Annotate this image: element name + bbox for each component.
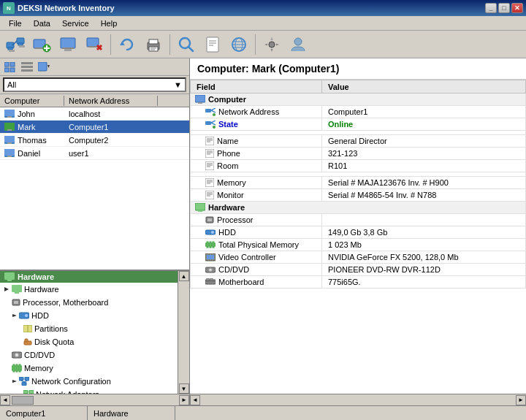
toolbar-print-btn[interactable] <box>141 33 166 56</box>
tree-item-hdd[interactable]: HDD <box>0 309 189 322</box>
svg-rect-78 <box>19 377 23 381</box>
col-field: Field <box>191 80 322 93</box>
left-hscrollbar[interactable]: ◄ ► <box>0 394 189 405</box>
svg-rect-94 <box>198 102 202 104</box>
svg-rect-53 <box>7 142 12 144</box>
svg-point-102 <box>213 126 216 129</box>
svg-rect-107 <box>205 149 214 158</box>
tree-item-memory[interactable]: Memory <box>0 362 189 375</box>
table-row: Phone 321-123 <box>191 148 526 160</box>
title-bar: N DEKSI Network Inventory _ □ ✕ <box>0 0 526 16</box>
toolbar-delete-btn[interactable] <box>82 33 107 56</box>
svg-rect-14 <box>64 49 72 51</box>
toolbar-sep3 <box>255 34 256 55</box>
svg-rect-140 <box>207 278 209 280</box>
computer-icon <box>4 110 15 118</box>
lt-view1-btn[interactable] <box>3 60 18 75</box>
right-hscrollbar[interactable]: ◄ ► <box>190 394 526 405</box>
table-row: Network Address Computer1 <box>191 106 526 118</box>
svg-rect-6 <box>19 45 25 47</box>
svg-rect-50 <box>4 123 15 129</box>
toolbar-network-btn[interactable] <box>3 33 28 56</box>
minimize-button[interactable]: _ <box>485 3 497 13</box>
toolbar-globe-btn[interactable] <box>226 33 251 56</box>
svg-rect-39 <box>4 62 9 66</box>
maximize-button[interactable]: □ <box>498 3 510 13</box>
svg-rect-134 <box>207 255 214 259</box>
tree-scrollbar[interactable]: ▲ ▼ <box>178 271 189 394</box>
svg-rect-43 <box>21 62 33 64</box>
tree-item-netconfig[interactable]: Network Configuration <box>0 375 189 388</box>
svg-rect-16 <box>88 46 97 47</box>
svg-rect-69 <box>25 339 28 342</box>
col-value: Value <box>322 80 526 93</box>
svg-line-101 <box>211 123 216 125</box>
svg-point-137 <box>210 269 211 270</box>
toolbar-user-btn[interactable] <box>286 33 310 56</box>
close-button[interactable]: ✕ <box>511 3 523 13</box>
main-area: All ▼ Computer Network Address John loca… <box>0 58 526 405</box>
list-item[interactable]: John localhost <box>0 107 189 121</box>
svg-rect-49 <box>7 116 12 118</box>
computer-list[interactable]: Computer Network Address John localhost <box>0 94 189 270</box>
list-item[interactable]: Thomas Computer2 <box>0 134 189 147</box>
svg-rect-27 <box>207 37 218 52</box>
svg-rect-75 <box>16 364 18 372</box>
svg-rect-83 <box>23 390 28 394</box>
svg-rect-3 <box>18 43 23 45</box>
menu-help[interactable]: Help <box>95 18 123 29</box>
filter-dropdown[interactable]: All ▼ <box>3 77 186 92</box>
computer-icon <box>4 123 15 131</box>
menu-file[interactable]: File <box>3 18 28 29</box>
detail-table-wrap[interactable]: Field Value Computer <box>190 80 526 394</box>
table-row: Total Physical Memory 1 023 Mb <box>191 239 526 251</box>
lt-view2-btn[interactable] <box>20 60 34 75</box>
svg-rect-1 <box>8 47 12 50</box>
svg-point-98 <box>213 113 216 116</box>
svg-rect-22 <box>149 47 158 51</box>
svg-line-97 <box>211 110 216 112</box>
menu-data[interactable]: Data <box>28 18 56 29</box>
svg-point-72 <box>16 354 18 356</box>
toolbar <box>0 31 526 58</box>
tree-item-hardware[interactable]: Hardware <box>0 283 189 296</box>
tree-item-netadapters[interactable]: Network Adapters <box>0 388 189 394</box>
toolbar-refresh-btn[interactable] <box>115 33 140 56</box>
toolbar-sep2 <box>169 34 170 55</box>
svg-rect-21 <box>149 39 158 44</box>
svg-rect-13 <box>62 47 74 49</box>
tree-item-processor[interactable]: Processor, Motherboard <box>0 296 189 309</box>
detail-header: Computer: Mark (Computer1) <box>190 58 526 80</box>
toolbar-computer-btn[interactable] <box>56 33 80 56</box>
toolbar-add-btn[interactable] <box>29 33 54 56</box>
svg-marker-58 <box>4 287 9 291</box>
svg-rect-84 <box>29 390 34 394</box>
svg-rect-12 <box>61 38 75 48</box>
list-item[interactable]: Daniel user1 <box>0 147 189 160</box>
table-row: State Online <box>191 118 526 131</box>
lt-dropdown-btn[interactable] <box>37 60 51 75</box>
svg-rect-59 <box>12 285 22 292</box>
svg-rect-115 <box>205 178 214 187</box>
list-item[interactable]: Mark Computer1 <box>0 121 189 134</box>
tree-item-diskquota[interactable]: Disk Quota <box>0 335 189 348</box>
col-network: Network Address <box>64 96 158 106</box>
svg-rect-54 <box>4 149 15 156</box>
left-toolbar <box>0 58 189 76</box>
svg-line-26 <box>188 47 193 51</box>
toolbar-settings-btn[interactable] <box>259 33 284 56</box>
menu-service[interactable]: Service <box>56 18 95 29</box>
svg-rect-95 <box>205 109 211 112</box>
tree-item-partitions[interactable]: Partitions <box>0 322 189 335</box>
toolbar-report-btn[interactable] <box>200 33 225 56</box>
table-row: Processor <box>191 214 526 226</box>
menu-bar: File Data Service Help <box>0 16 526 31</box>
svg-rect-74 <box>13 364 15 372</box>
svg-rect-57 <box>7 280 12 281</box>
svg-rect-56 <box>4 272 15 280</box>
tree-item-cddvd[interactable]: CD/DVD <box>0 348 189 362</box>
status-computer: Computer1 <box>0 406 88 420</box>
toolbar-search-btn[interactable] <box>174 33 199 56</box>
svg-line-100 <box>211 121 216 123</box>
svg-rect-45 <box>21 69 33 72</box>
